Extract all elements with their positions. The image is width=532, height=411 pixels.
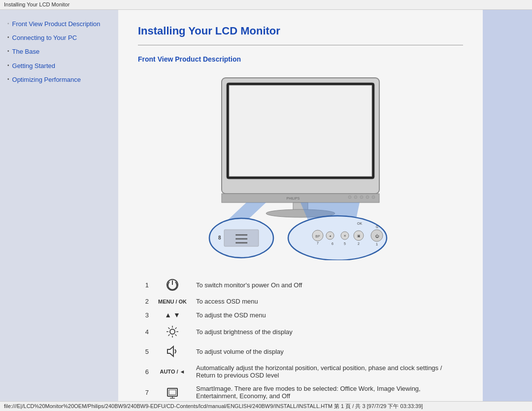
svg-text:■■■■■■■■: ■■■■■■■■ <box>235 237 247 240</box>
auto-icon: AUTO / ◄ <box>157 369 188 375</box>
svg-text:⏻: ⏻ <box>375 234 379 239</box>
control-number-3: 3 <box>138 308 153 322</box>
center-content: Installing Your LCD Monitor Front View P… <box>118 10 483 401</box>
control-icon-3: ▲ ▼ <box>153 308 192 322</box>
svg-text:6: 6 <box>332 242 333 245</box>
control-icon-5 <box>153 342 192 361</box>
svg-point-9 <box>372 196 375 199</box>
control-number-6: 6 <box>138 361 153 382</box>
svg-point-8 <box>366 196 369 199</box>
svg-text:☀: ☀ <box>343 234 346 238</box>
svg-text:OK: OK <box>357 222 362 225</box>
divider <box>138 45 463 45</box>
page-title: Installing Your LCD Monitor <box>138 25 463 37</box>
bullet-optimizing: • <box>7 76 9 82</box>
nav-list: ◦ Front View Product Description • Conne… <box>7 20 111 84</box>
power-icon <box>166 278 179 292</box>
smartimage-icon <box>166 385 179 399</box>
svg-line-48 <box>168 335 170 336</box>
bullet-front-view: ◦ <box>7 21 9 26</box>
svg-point-5 <box>348 196 351 199</box>
svg-text:1: 1 <box>376 242 378 246</box>
monitor-illustration: PHILIPS ■■■■■■■■ <box>138 73 463 260</box>
svg-line-47 <box>175 328 177 329</box>
svg-text:◄: ◄ <box>329 235 332 238</box>
control-icon-2: MENU / OK <box>153 295 192 308</box>
control-row-7: 7 SmartImage. There are five modes to be… <box>138 382 463 401</box>
svg-text:8: 8 <box>218 235 221 240</box>
bullet-the-base: • <box>7 48 9 54</box>
svg-point-6 <box>354 196 357 199</box>
control-desc-7: SmartImage. There are five modes to be s… <box>192 382 463 401</box>
svg-text:PHILIPS: PHILIPS <box>287 197 300 200</box>
monitor-svg: PHILIPS ■■■■■■■■ <box>202 73 399 260</box>
sidebar-item-the-base[interactable]: • The Base <box>7 47 111 56</box>
svg-text:BP: BP <box>315 235 320 238</box>
control-row-5: 5 To adjust volume of the display <box>138 342 463 361</box>
control-row-2: 2 MENU / OK To access OSD menu <box>138 295 463 308</box>
bullet-getting-started: • <box>7 63 9 68</box>
control-number-4: 4 <box>138 322 153 342</box>
title-bar-text: Installing Your LCD Monitor <box>4 1 69 7</box>
control-desc-4: To adjust brightness of the display <box>192 322 463 342</box>
brightness-icon <box>166 325 179 339</box>
section-title: Front View Product Description <box>138 55 463 63</box>
control-number-2: 2 <box>138 295 153 308</box>
sidebar-item-front-view[interactable]: ◦ Front View Product Description <box>7 20 111 29</box>
control-row-1: 1 To switch monitor's power On and Off <box>138 275 463 295</box>
control-icon-7 <box>153 382 192 401</box>
volume-icon <box>166 344 179 358</box>
svg-text:■■■■■■■■: ■■■■■■■■ <box>235 241 247 244</box>
control-row-4: 4 <box>138 322 463 342</box>
control-desc-5: To adjust volume of the display <box>192 342 463 361</box>
control-icon-4 <box>153 322 192 342</box>
status-bar: file:///E|/LCD%20Monitor%20OEM/Philips/2… <box>0 401 532 411</box>
main-layout: ◦ Front View Product Description • Conne… <box>0 10 532 401</box>
svg-rect-51 <box>169 390 176 395</box>
status-bar-text: file:///E|/LCD%20Monitor%20OEM/Philips/2… <box>4 403 423 409</box>
svg-point-7 <box>360 196 363 199</box>
sidebar-link-getting-started[interactable]: Getting Started <box>12 62 55 70</box>
svg-text:■■■■■■■■: ■■■■■■■■ <box>235 233 247 236</box>
control-number-1: 1 <box>138 275 153 295</box>
bullet-connecting: • <box>7 34 9 40</box>
menu-ok-text: MENU / OK <box>157 299 188 305</box>
control-number-5: 5 <box>138 342 153 361</box>
control-desc-2: To access OSD menu <box>192 295 463 308</box>
svg-marker-49 <box>167 346 173 356</box>
sidebar-item-getting-started[interactable]: • Getting Started <box>7 62 111 70</box>
control-icon-6: AUTO / ◄ <box>153 361 192 382</box>
svg-text:▣: ▣ <box>357 234 361 238</box>
control-row-3: 3 ▲ ▼ To adjust the OSD menu <box>138 308 463 322</box>
control-desc-3: To adjust the OSD menu <box>192 308 463 322</box>
svg-text:5: 5 <box>344 242 346 245</box>
sidebar-item-connecting[interactable]: • Connecting to Your PC <box>7 34 111 42</box>
svg-text:7: 7 <box>317 241 319 245</box>
svg-text:①: ① <box>375 225 379 229</box>
svg-point-40 <box>170 329 175 334</box>
svg-rect-2 <box>229 85 372 176</box>
control-desc-1: To switch monitor's power On and Off <box>192 275 463 295</box>
sidebar-link-connecting[interactable]: Connecting to Your PC <box>12 34 77 42</box>
control-number-7: 7 <box>138 382 153 401</box>
arrows-icon: ▲ ▼ <box>157 311 188 319</box>
svg-line-46 <box>175 335 177 336</box>
control-desc-6: Automatically adjust the horizontal posi… <box>192 361 463 382</box>
sidebar: ◦ Front View Product Description • Conne… <box>0 10 118 401</box>
sidebar-link-optimizing[interactable]: Optimizing Performance <box>12 75 81 84</box>
control-row-6: 6 AUTO / ◄ Automatically adjust the hori… <box>138 361 463 382</box>
sidebar-item-optimizing[interactable]: • Optimizing Performance <box>7 75 111 84</box>
right-panel <box>483 10 532 401</box>
sidebar-link-the-base[interactable]: The Base <box>12 47 40 56</box>
title-bar: Installing Your LCD Monitor <box>0 0 532 10</box>
control-icon-1 <box>153 275 192 295</box>
svg-text:2: 2 <box>358 242 360 245</box>
controls-table: 1 To switch monitor's power On and Off <box>138 275 463 401</box>
sidebar-link-front-view[interactable]: Front View Product Description <box>12 20 100 29</box>
svg-line-45 <box>168 328 170 329</box>
